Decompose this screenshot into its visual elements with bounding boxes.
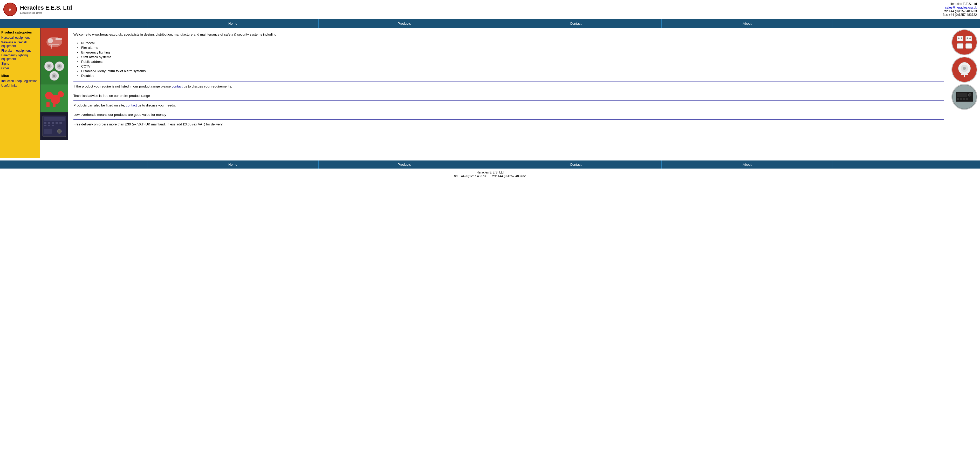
product-categories-title: Product categories (0, 29, 40, 35)
svg-point-11 (48, 65, 50, 67)
svg-point-43 (969, 37, 971, 39)
bullet-nursecall: Nursecall (81, 41, 944, 45)
svg-rect-56 (957, 98, 959, 100)
header-logo: H Heracles E.E.S. Ltd Established 1989 (3, 2, 72, 17)
footer-tel: tel: +44 (0)1257 483733 (454, 174, 488, 178)
svg-rect-32 (44, 125, 46, 126)
main-layout: Product categories Nursecall equipment W… (0, 28, 980, 158)
svg-point-37 (953, 30, 976, 54)
contact-company-name: Heracles E.E.S. Ltd (943, 2, 977, 6)
circle-image-3 (951, 84, 977, 110)
sidebar-image-control-panel (40, 112, 68, 140)
info-line-product-range: If the product you require is not listed… (73, 81, 944, 91)
sidebar-link-nursecall[interactable]: Nursecall equipment (0, 35, 40, 40)
misc-title: Misc (0, 73, 40, 79)
navbar-inner: Home Products Contact About (147, 19, 833, 28)
svg-rect-54 (957, 93, 967, 97)
svg-rect-45 (966, 44, 972, 49)
contact-link-2[interactable]: contact (126, 104, 137, 107)
nav-contact[interactable]: Contact (490, 19, 662, 28)
top-navbar: Home Products Contact About (0, 19, 980, 28)
bullet-disabled: Disabled (81, 74, 944, 78)
svg-rect-5 (56, 38, 62, 40)
company-logo: H (3, 2, 18, 17)
svg-point-36 (57, 129, 62, 134)
sidebar-image-smoke-detectors (40, 56, 68, 84)
footer-company-name: Heracles E.E.S. Ltd (2, 171, 978, 174)
sidebar: Product categories Nursecall equipment W… (0, 28, 40, 158)
svg-rect-22 (46, 102, 49, 107)
svg-rect-27 (44, 122, 46, 124)
bullet-cctv: CCTV (81, 64, 944, 68)
svg-rect-34 (52, 125, 54, 126)
welcome-text: Welcome to www.heracles.co.uk, specialis… (73, 32, 944, 37)
footer-nav-home[interactable]: Home (147, 161, 319, 169)
svg-rect-38 (957, 37, 963, 41)
bullet-disabled-toilet: Disabled/Elderly/Infirm toilet alarm sys… (81, 69, 944, 73)
bullet-fire-alarms: Fire alarms (81, 46, 944, 49)
circle-image-1 (951, 29, 977, 55)
svg-rect-41 (966, 37, 972, 41)
svg-point-14 (58, 65, 60, 67)
sidebar-link-signs[interactable]: Signs (0, 61, 40, 66)
footer-navbar: Home Products Contact About (0, 161, 980, 169)
sidebar-link-emergency-lighting[interactable]: Emergency lighting equipment (0, 53, 40, 61)
company-name: Heracles E.E.S. Ltd (20, 5, 72, 11)
svg-rect-26 (44, 117, 65, 121)
footer-fax: fax: +44 (0)1257 483732 (492, 174, 526, 178)
svg-point-21 (57, 91, 64, 97)
svg-rect-59 (966, 98, 968, 100)
header-contact: Heracles E.E.S. Ltd sales@heracles.org.u… (943, 2, 977, 17)
main-content: Welcome to www.heracles.co.uk, specialis… (68, 28, 949, 158)
bullet-staff-attack: Staff attack systems (81, 55, 944, 59)
sidebar-link-other[interactable]: Other (0, 66, 40, 71)
svg-point-42 (967, 37, 968, 39)
svg-rect-44 (957, 44, 963, 49)
svg-rect-33 (48, 125, 50, 126)
footer-navbar-inner: Home Products Contact About (147, 161, 833, 169)
svg-point-49 (963, 67, 966, 70)
svg-text:H: H (9, 8, 11, 11)
contact-tel: tel: +44 (0)1257 483733 (943, 10, 977, 13)
nav-products[interactable]: Products (319, 19, 490, 28)
svg-rect-35 (44, 129, 52, 134)
svg-rect-30 (56, 122, 58, 124)
footer-nav-about[interactable]: About (662, 161, 833, 169)
info-line-technical-advice: Technical advice is free on our entire p… (73, 91, 944, 100)
bullet-list: Nursecall Fire alarms Emergency lighting… (81, 41, 944, 78)
footer-nav-contact[interactable]: Contact (490, 161, 662, 169)
nav-about[interactable]: About (662, 19, 833, 28)
contact-fax: fax: +44 (0)1257 483732 (943, 13, 977, 17)
established-text: Established 1989 (20, 11, 72, 14)
svg-point-4 (48, 38, 53, 43)
svg-point-17 (53, 75, 55, 77)
sidebar-link-fire-alarm[interactable]: Fire alarm equipment (0, 48, 40, 53)
contact-email-link[interactable]: sales@heracles.org.uk (945, 6, 977, 10)
bullet-public-address: Public address (81, 60, 944, 64)
footer-info: Heracles E.E.S. Ltd tel: +44 (0)1257 483… (0, 169, 980, 180)
contact-link-1[interactable]: contact (172, 85, 183, 88)
svg-rect-23 (53, 104, 56, 107)
header: H Heracles E.E.S. Ltd Established 1989 H… (0, 0, 980, 19)
right-side-images (949, 28, 980, 158)
nav-home[interactable]: Home (147, 19, 319, 28)
svg-point-39 (958, 37, 960, 39)
sidebar-images (40, 28, 68, 158)
svg-rect-57 (960, 98, 962, 100)
sidebar-link-useful-links[interactable]: Useful links (0, 83, 40, 88)
sidebar-link-wireless-nursecall[interactable]: Wireless nursecall equipment (0, 40, 40, 48)
svg-rect-28 (48, 122, 50, 124)
info-line-fitted: Products can also be fitted on site, con… (73, 100, 944, 110)
sidebar-image-fire-equipment (40, 84, 68, 112)
footer-nav-products[interactable]: Products (319, 161, 490, 169)
bullet-emergency-lighting: Emergency lighting (81, 50, 944, 54)
svg-rect-29 (52, 122, 54, 124)
svg-rect-31 (59, 122, 62, 124)
circle-image-2 (951, 57, 977, 83)
sidebar-link-induction-loop[interactable]: Induction Loop Legislation (0, 79, 40, 83)
info-line-delivery: Free delivery on orders more than £30 (e… (73, 120, 944, 129)
info-line-overheads: Low overheads means our products are goo… (73, 110, 944, 120)
svg-point-40 (961, 37, 963, 39)
sidebar-image-nursecall (40, 28, 68, 56)
svg-rect-58 (963, 98, 965, 100)
